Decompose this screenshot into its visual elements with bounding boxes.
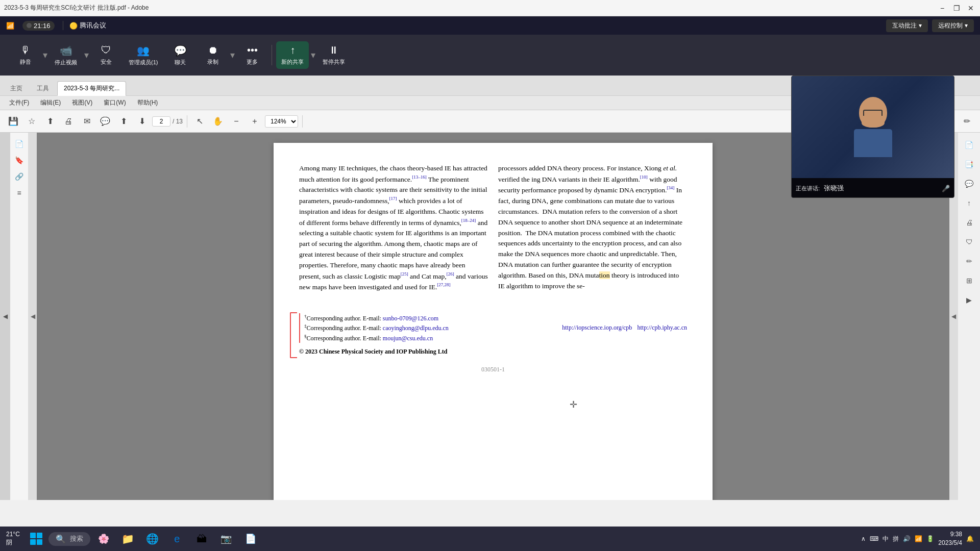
meeting-icon: 🟡: [69, 22, 78, 30]
taskbar-browser-app[interactable]: 🌐: [141, 528, 164, 550]
print-button[interactable]: 🖨: [60, 113, 77, 130]
left-collapse-button[interactable]: ◀: [0, 133, 10, 500]
camera-icon: 📹: [60, 44, 72, 57]
sidebar-links-button[interactable]: 🔗: [12, 169, 27, 184]
start-button[interactable]: [26, 530, 46, 548]
record-icon: ⏺: [208, 44, 218, 56]
prev-page-button[interactable]: ⬆: [115, 113, 132, 130]
taskbar-right-area: ∧ ⌨ 中 拼 🔊 📶 🔋 9:38 2023/5/4 🔔: [861, 530, 974, 547]
footnote-email-2[interactable]: caoyinghong@dlpu.edu.cn: [383, 324, 449, 332]
menu-edit[interactable]: 编辑(E): [35, 96, 66, 109]
footnote-3: §Corresponding author. E-mail: moujun@cs…: [304, 333, 488, 343]
toolbar-separator-1: [187, 115, 187, 128]
meeting-toolbar: 🎙 静音 ▾ 📹 停止视频 ▾ 🛡 安全 👥 管理成员(1) 💬 聊天 ⏺ 录制…: [0, 35, 980, 76]
face-lower: [862, 117, 885, 128]
left-sidebar: 📄 🔖 🔗 ≡: [10, 133, 29, 500]
taskbar-volume-icon[interactable]: 🔊: [903, 535, 911, 542]
mute-button[interactable]: 🎙 静音: [10, 41, 41, 69]
right-tool-share[interactable]: ↑: [961, 195, 977, 211]
footnote-email-1[interactable]: sunbo-0709@126.com: [383, 315, 438, 322]
menu-file[interactable]: 文件(F): [4, 96, 34, 109]
url-link-1[interactable]: http://iopscience.iop.org/cpb: [562, 324, 632, 331]
right-tool-shield[interactable]: 🛡: [961, 234, 977, 250]
menu-help[interactable]: 帮助(H): [132, 96, 163, 109]
taskbar-edge-app[interactable]: e: [166, 528, 188, 550]
taskbar-camera-app[interactable]: 📷: [215, 528, 237, 550]
taskbar-food-app[interactable]: 🌸: [92, 528, 115, 550]
people-icon: 👥: [137, 44, 150, 57]
window-controls: − ❐ ✕: [937, 3, 976, 13]
maximize-button[interactable]: ❐: [951, 3, 962, 13]
hand-tool-button[interactable]: ✋: [210, 113, 226, 130]
stop-video-button[interactable]: 📹 停止视频: [50, 41, 82, 69]
speaker-name: 张晓强: [824, 184, 844, 193]
interactive-review-button[interactable]: 互动批注 ▾: [886, 19, 928, 32]
taskbar-app-3[interactable]: 🏔: [190, 528, 213, 550]
right-column-text: processors added DNA theory process. For…: [498, 163, 687, 292]
right-tool-pen[interactable]: ✏: [961, 253, 977, 269]
next-page-button[interactable]: ⬇: [134, 113, 150, 130]
left-panel-collapse-arrow[interactable]: ◀: [29, 133, 37, 500]
members-button[interactable]: 👥 管理成员(1): [124, 41, 163, 69]
video-dropdown[interactable]: ▾: [84, 49, 89, 61]
comment-button[interactable]: 💬: [97, 113, 113, 130]
tab-tools[interactable]: 工具: [31, 82, 55, 95]
taskbar-search-bar[interactable]: 🔍 搜索: [48, 532, 90, 546]
video-feed: [792, 76, 954, 178]
taskbar-battery-icon[interactable]: 🔋: [926, 535, 934, 542]
taskbar-keyboard-icon[interactable]: ⌨: [870, 535, 878, 542]
sidebar-bookmarks-button[interactable]: 🔖: [12, 153, 27, 167]
taskbar-lang-cn[interactable]: 中: [883, 535, 889, 543]
cursor-select-button[interactable]: ↖: [191, 113, 208, 130]
share-dropdown[interactable]: ▾: [311, 49, 315, 61]
right-tool-bookmark[interactable]: 📑: [961, 156, 977, 172]
page-number-input[interactable]: [152, 116, 170, 127]
new-share-button[interactable]: ↑ 新的共享: [276, 41, 309, 69]
mute-dropdown[interactable]: ▾: [43, 49, 47, 61]
taskbar-wifi-icon[interactable]: 📶: [915, 535, 922, 542]
remote-control-button[interactable]: 远程控制 ▾: [932, 19, 974, 32]
signal-icon: 📶: [6, 22, 14, 30]
zoom-out-button[interactable]: −: [228, 113, 244, 130]
right-tool-layers[interactable]: ⊞: [961, 272, 977, 289]
upload-button[interactable]: ⬆: [42, 113, 58, 130]
url-link-2[interactable]: http://cpb.iphy.ac.cn: [637, 324, 687, 331]
footnote-email-3[interactable]: moujun@csu.edu.cn: [383, 335, 433, 342]
left-column-text: Among many IE techniques, the chaos theo…: [299, 163, 488, 293]
tab-home[interactable]: 主页: [4, 82, 29, 95]
taskbar-pdf-app[interactable]: 📄: [239, 528, 262, 550]
email-button[interactable]: ✉: [79, 113, 95, 130]
chat-button[interactable]: 💬 聊天: [165, 41, 195, 69]
pause-share-button[interactable]: ⏸ 暂停共享: [317, 41, 350, 69]
bookmark-button[interactable]: ☆: [23, 113, 40, 130]
person-head: [859, 97, 887, 128]
save-button[interactable]: 💾: [5, 113, 21, 130]
security-button[interactable]: 🛡 安全: [91, 41, 121, 69]
record-button[interactable]: ⏺ 录制: [198, 41, 228, 69]
sidebar-list-button[interactable]: ≡: [12, 186, 27, 200]
speaker-label: 正在讲话:: [796, 185, 820, 192]
sidebar-pages-button[interactable]: 📄: [12, 137, 27, 151]
meeting-right-controls: 互动批注 ▾ 远程控制 ▾: [886, 19, 974, 32]
right-tool-print[interactable]: 🖨: [961, 214, 977, 231]
more-button[interactable]: ••• 更多: [237, 41, 267, 69]
right-tool-document[interactable]: 📄: [961, 137, 977, 153]
taskbar-caret-icon[interactable]: ∧: [861, 535, 866, 542]
menu-window[interactable]: 窗口(W): [99, 96, 131, 109]
taskbar-ime-pin[interactable]: 拼: [893, 535, 899, 543]
right-tool-comment[interactable]: 💬: [961, 176, 977, 192]
taskbar-clock[interactable]: 9:38 2023/5/4: [938, 530, 962, 547]
close-button[interactable]: ✕: [966, 3, 976, 13]
zoom-select[interactable]: 124% 100% 75%: [265, 115, 298, 128]
taskbar-explorer-app[interactable]: 📁: [117, 528, 139, 550]
person-display: [854, 97, 892, 157]
zoom-in-button[interactable]: +: [247, 113, 263, 130]
right-tool-arrow-right[interactable]: ▶: [961, 292, 977, 308]
minimize-button[interactable]: −: [937, 3, 947, 13]
menu-view[interactable]: 视图(V): [67, 96, 97, 109]
page-total: / 13: [173, 118, 183, 125]
tab-document[interactable]: 2023-5-3 每周研究...: [57, 81, 126, 96]
record-dropdown[interactable]: ▾: [230, 49, 235, 61]
draw-button[interactable]: ✏: [959, 113, 975, 130]
taskbar-notification-icon[interactable]: 🔔: [966, 535, 974, 542]
